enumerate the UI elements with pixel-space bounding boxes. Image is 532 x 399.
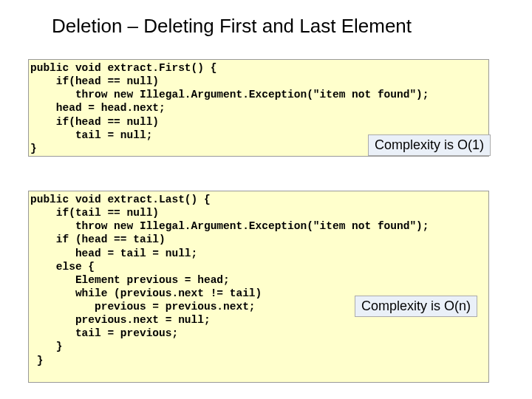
code-block-extract-last: public void extract.Last() { if(tail == … bbox=[28, 191, 489, 383]
slide-title: Deletion – Deleting First and Last Eleme… bbox=[52, 15, 412, 38]
complexity-label-first: Complexity is O(1) bbox=[368, 134, 491, 156]
complexity-label-last: Complexity is O(n) bbox=[355, 296, 477, 317]
